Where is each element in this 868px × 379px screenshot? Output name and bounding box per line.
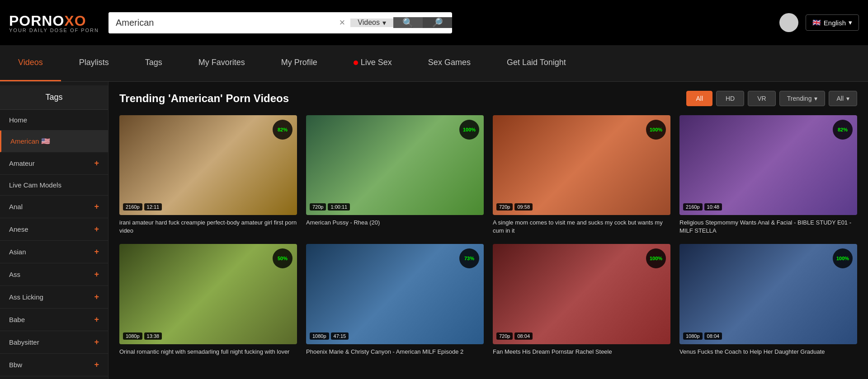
- video-rating-badge: 100%: [459, 120, 479, 140]
- plus-icon: +: [94, 315, 99, 324]
- duration-badge: 08:04: [704, 332, 722, 340]
- video-badges: 720p 1:00:11: [310, 203, 350, 211]
- live-dot-icon: [354, 61, 358, 65]
- search-icon: 🔍: [402, 18, 414, 28]
- resolution-badge: 2160p: [683, 203, 703, 211]
- flag-icon: 🇬🇧: [812, 19, 821, 27]
- main-layout: Tags Home American 🇺🇸 Amateur + Live Cam…: [0, 82, 868, 379]
- page-title: Trending 'American' Porn Videos: [119, 92, 289, 105]
- nav-item-tags[interactable]: Tags: [127, 45, 180, 81]
- sidebar-item-label: Asian: [9, 248, 26, 256]
- video-card-v4[interactable]: 82% 2160p 10:48 Religious Stepmommy Want…: [679, 115, 857, 235]
- sidebar-item-label: Live Cam Models: [9, 181, 61, 189]
- camera-icon: 🔎: [432, 18, 443, 28]
- sidebar-item-anal[interactable]: Anal +: [0, 196, 108, 218]
- nav-item-my-favorites[interactable]: My Favorites: [180, 45, 263, 81]
- video-badges: 1080p 13:38: [123, 332, 162, 340]
- nav-item-get-laid[interactable]: Get Laid Tonight: [489, 45, 584, 81]
- plus-icon: +: [94, 337, 99, 347]
- sidebar-item-amateur[interactable]: Amateur +: [0, 152, 108, 175]
- video-title: irani amateur hard fuck creampie perfect…: [119, 219, 297, 235]
- video-rating-badge: 82%: [273, 120, 292, 140]
- search-clear-button[interactable]: ×: [334, 17, 351, 28]
- nav-item-my-profile[interactable]: My Profile: [263, 45, 335, 81]
- sort-dropdown[interactable]: Trending ▾: [779, 91, 826, 106]
- plus-icon: +: [94, 292, 99, 302]
- nav-item-live-sex[interactable]: Live Sex: [335, 45, 410, 81]
- filter-all-button[interactable]: All: [686, 91, 712, 106]
- duration-dropdown[interactable]: All ▾: [829, 91, 857, 106]
- resolution-badge: 720p: [496, 332, 513, 340]
- chevron-down-icon: ▾: [382, 19, 386, 27]
- video-thumbnail: 82% 2160p 12:11: [119, 115, 297, 215]
- duration-badge: 12:11: [144, 203, 162, 211]
- thumb-inner: [119, 244, 297, 344]
- sidebar-item-anese[interactable]: Anese +: [0, 218, 108, 241]
- video-thumbnail: 100% 720p 08:04: [493, 244, 670, 344]
- plus-icon: +: [94, 159, 99, 168]
- sidebar-item-ass-licking[interactable]: Ass Licking +: [0, 286, 108, 309]
- video-badges: 2160p 10:48: [683, 203, 722, 211]
- filter-bar: All HD VR Trending ▾ All ▾: [686, 91, 857, 106]
- resolution-badge: 720p: [310, 203, 326, 211]
- thumb-inner: [493, 115, 670, 215]
- search-input[interactable]: [108, 12, 334, 33]
- logo: PORNOXO YOUR DAILY DOSE OF PORN: [9, 13, 99, 33]
- logo-tagline: YOUR DAILY DOSE OF PORN: [9, 28, 99, 33]
- sidebar-item-live-cam[interactable]: Live Cam Models: [0, 175, 108, 196]
- sidebar-item-home[interactable]: Home: [0, 110, 108, 131]
- nav-item-sex-games[interactable]: Sex Games: [410, 45, 489, 81]
- video-thumbnail: 100% 720p 1:00:11: [306, 115, 484, 215]
- avatar[interactable]: [779, 13, 798, 32]
- video-card-v7[interactable]: 100% 720p 08:04 Fan Meets His Dream Porn…: [493, 244, 670, 356]
- video-badges: 720p 08:04: [496, 332, 533, 340]
- video-card-v6[interactable]: 73% 1080p 47:15 Phoenix Marie & Christy …: [306, 244, 484, 356]
- video-badges: 2160p 12:11: [123, 203, 162, 211]
- sidebar-item-bbw[interactable]: Bbw +: [0, 354, 108, 376]
- main-content: Trending 'American' Porn Videos All HD V…: [108, 82, 868, 379]
- search-bar: × Videos ▾ 🔍 🔎: [108, 12, 452, 33]
- sidebar-item-label: Babe: [9, 316, 25, 323]
- video-title: Fan Meets His Dream Pornstar Rachel Stee…: [493, 348, 670, 356]
- us-flag-icon: 🇺🇸: [41, 137, 50, 145]
- sort-label: Trending: [787, 95, 812, 102]
- video-thumbnail: 100% 1080p 08:04: [679, 244, 857, 344]
- sidebar-item-label: American 🇺🇸: [10, 137, 50, 145]
- duration-badge: 47:15: [331, 332, 349, 340]
- chevron-down-icon: ▾: [814, 95, 817, 102]
- plus-icon: +: [94, 360, 99, 370]
- sidebar-item-label: Ass Licking: [9, 293, 43, 301]
- sidebar-item-label: Amateur: [9, 159, 35, 167]
- resolution-badge: 720p: [496, 203, 513, 211]
- sidebar-item-babe[interactable]: Babe +: [0, 309, 108, 331]
- video-card-v5[interactable]: 50% 1080p 13:38 Orinal romantic night wi…: [119, 244, 297, 356]
- video-card-v3[interactable]: 100% 720p 09:58 A single mom comes to vi…: [493, 115, 670, 235]
- nav-item-playlists[interactable]: Playlists: [61, 45, 127, 81]
- plus-icon: +: [94, 202, 99, 211]
- resolution-badge: 2160p: [123, 203, 142, 211]
- video-card-v2[interactable]: 100% 720p 1:00:11 American Pussy - Rhea …: [306, 115, 484, 235]
- filter-hd-button[interactable]: HD: [716, 91, 744, 106]
- video-title: Orinal romantic night with semadarling f…: [119, 348, 297, 356]
- sidebar-item-babysitter[interactable]: Babysitter +: [0, 331, 108, 354]
- video-title: American Pussy - Rhea (20): [306, 219, 484, 227]
- thumb-inner: [493, 244, 670, 344]
- header-right: 🇬🇧 English ▾: [779, 13, 859, 32]
- visual-search-button[interactable]: 🔎: [423, 17, 452, 28]
- video-thumbnail: 50% 1080p 13:38: [119, 244, 297, 344]
- nav-item-videos[interactable]: Videos: [0, 45, 61, 81]
- chevron-down-icon: ▾: [849, 19, 852, 27]
- sidebar-item-asian[interactable]: Asian +: [0, 241, 108, 263]
- video-card-v1[interactable]: 82% 2160p 12:11 irani amateur hard fuck …: [119, 115, 297, 235]
- search-submit-button[interactable]: 🔍: [393, 17, 423, 28]
- video-grid: 82% 2160p 12:11 irani amateur hard fuck …: [119, 115, 857, 356]
- filter-vr-button[interactable]: VR: [748, 91, 775, 106]
- sidebar-item-american[interactable]: American 🇺🇸: [0, 131, 108, 152]
- sidebar-item-beach[interactable]: Beach +: [0, 376, 108, 379]
- sidebar-item-ass[interactable]: Ass +: [0, 263, 108, 286]
- logo-text: PORNOXO: [9, 13, 86, 29]
- search-type-dropdown[interactable]: Videos ▾: [350, 19, 393, 27]
- language-selector[interactable]: 🇬🇧 English ▾: [806, 14, 859, 31]
- video-card-v8[interactable]: 100% 1080p 08:04 Venus Fucks the Coach t…: [679, 244, 857, 356]
- thumb-inner: [306, 115, 484, 215]
